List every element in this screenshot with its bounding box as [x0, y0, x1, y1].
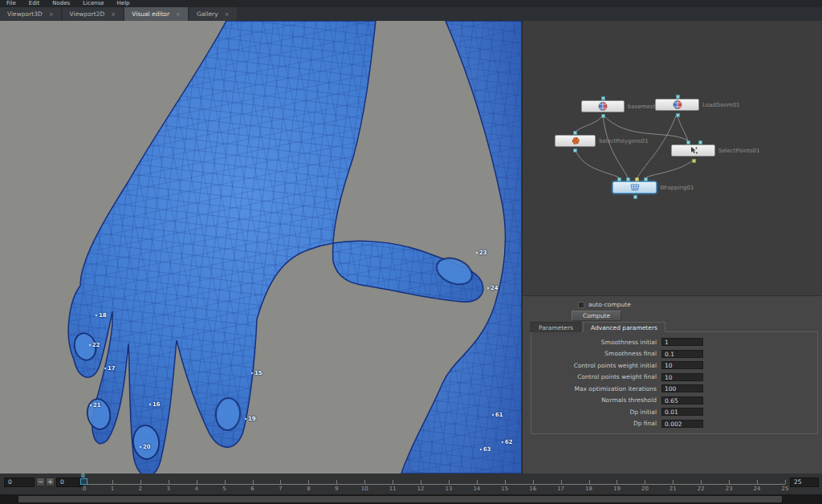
port-basemesh-in[interactable] [601, 96, 605, 100]
timeline-tick-number: 1 [104, 486, 120, 492]
horizontal-scrollbar[interactable] [0, 494, 822, 504]
param-value-smoothness-final[interactable]: 0.1 [661, 350, 703, 358]
param-label-smoothness-initial: Smoothness initial [531, 339, 661, 346]
point-marker-20[interactable]: 20 [140, 444, 151, 450]
port-wrapping-in1[interactable] [617, 177, 621, 181]
param-row: Control points weight initial10 [531, 360, 817, 372]
auto-compute-label: auto-compute [588, 301, 631, 308]
point-marker-dot [90, 404, 92, 406]
params-tab-parameters[interactable]: Parameters [531, 322, 581, 332]
port-selectpolygons-out[interactable] [573, 148, 577, 152]
param-value-dp-initial[interactable]: 0.01 [661, 408, 703, 416]
range-end-field[interactable]: 25 [790, 478, 819, 487]
port-selectpoints-in1[interactable] [686, 140, 690, 144]
node-selectpoints01[interactable] [671, 144, 715, 156]
param-value-normals-threshold[interactable]: 0.65 [661, 396, 703, 404]
param-row: Dp final0.002 [531, 418, 817, 430]
tab-viewport2d[interactable]: Viewport2D× [63, 7, 124, 21]
point-marker-63[interactable]: 63 [480, 446, 491, 453]
param-row: Normals threshold0.65 [531, 395, 817, 407]
timeline-playhead[interactable] [80, 478, 87, 485]
menu-item-edit[interactable]: Edit [22, 0, 47, 7]
port-selectpoints-in2[interactable] [698, 140, 702, 144]
param-value-smoothness-initial[interactable]: 1 [661, 338, 703, 346]
wireframe-hand-mesh [0, 21, 522, 474]
param-value-dp-final[interactable]: 0.002 [661, 420, 703, 428]
timeline-tick-number: 3 [161, 486, 177, 492]
point-marker-id: 23 [479, 250, 487, 256]
scrollbar-thumb[interactable] [18, 496, 782, 502]
point-marker-dot [104, 368, 106, 369]
point-marker-17[interactable]: 17 [104, 365, 116, 372]
auto-compute-row: auto-compute [578, 301, 631, 308]
node-basemesh[interactable] [581, 100, 625, 112]
param-value-control-points-weight-initial[interactable]: 10 [661, 361, 703, 369]
tab-label: Viewport2D [70, 10, 105, 18]
timeline-tick-number: 23 [721, 486, 737, 492]
node-graph-editor[interactable]: basemesh LoadGeom01 SelectPolygons01 [522, 21, 822, 295]
timeline-tick [421, 480, 421, 484]
compute-button[interactable]: Compute [572, 311, 621, 321]
current-frame-field[interactable]: 0 [4, 478, 35, 487]
timeline-tick [197, 480, 197, 484]
tab-gallery[interactable]: Gallery× [189, 7, 237, 21]
timeline-tick-number: 4 [189, 486, 205, 492]
point-marker-dot [480, 449, 482, 450]
menu-item-file[interactable]: File [0, 0, 22, 7]
port-wrapping-in3[interactable] [635, 177, 639, 181]
timeline-tick-number: 20 [637, 486, 653, 492]
port-basemesh-out[interactable] [601, 114, 605, 118]
point-marker-18[interactable]: 18 [96, 312, 107, 319]
node-wrapping01[interactable] [612, 181, 657, 193]
timeline-tick [533, 480, 534, 484]
point-marker-24[interactable]: 24 [487, 285, 498, 291]
menu-item-help[interactable]: Help [111, 0, 136, 7]
tab-close-icon[interactable]: × [111, 11, 116, 18]
tab-close-icon[interactable]: × [225, 11, 230, 18]
timeline-ruler[interactable] [84, 484, 785, 485]
params-tab-advanced-parameters[interactable]: Advanced parameters [583, 322, 665, 332]
point-marker-dot [487, 287, 489, 289]
point-marker-23[interactable]: 23 [476, 250, 487, 256]
port-selectpoints-out[interactable] [692, 159, 696, 163]
node-selectpolygons01[interactable] [555, 135, 596, 147]
tab-close-icon[interactable]: × [49, 11, 54, 18]
point-marker-19[interactable]: 19 [245, 416, 256, 422]
timeline-tick [364, 480, 365, 484]
point-marker-15[interactable]: 15 [251, 370, 262, 376]
port-loadgeom-in[interactable] [676, 95, 680, 99]
timeline-tick [701, 480, 702, 484]
mesh-viewport[interactable]: 18221721162015192324616263 [0, 21, 522, 474]
point-marker-id: 21 [93, 402, 101, 408]
tab-viewport3d[interactable]: Viewport3D× [0, 7, 61, 21]
timeline-tick [645, 480, 645, 484]
timeline-tick-number: 24 [749, 486, 765, 492]
tab-visual-editor[interactable]: Visual editor× [124, 7, 188, 21]
menu-item-license[interactable]: License [76, 0, 110, 7]
timeline-tick-number: 2 [132, 486, 149, 492]
param-value-max-optimization-iterations[interactable]: 100 [661, 384, 703, 392]
tab-close-icon[interactable]: × [176, 11, 181, 18]
point-marker-21[interactable]: 21 [90, 402, 101, 408]
auto-compute-checkbox[interactable] [578, 302, 584, 308]
tab-label: Viewport3D [7, 10, 43, 18]
port-wrapping-in4[interactable] [644, 177, 648, 181]
port-selectpolygons-in[interactable] [573, 131, 577, 135]
point-marker-16[interactable]: 16 [149, 401, 161, 408]
timeline-tick-number: 16 [525, 486, 541, 492]
point-marker-22[interactable]: 22 [89, 342, 100, 348]
point-marker-id: 16 [153, 401, 161, 408]
frame-increment-button[interactable]: + [46, 478, 55, 486]
point-marker-61[interactable]: 61 [492, 412, 503, 418]
param-value-control-points-weight-final[interactable]: 10 [661, 373, 703, 381]
port-wrapping-out[interactable] [633, 195, 637, 199]
point-marker-62[interactable]: 62 [502, 439, 513, 445]
menu-item-nodes[interactable]: Nodes [46, 0, 76, 7]
timeline-tick-number: 10 [356, 486, 372, 492]
port-wrapping-in2[interactable] [626, 177, 630, 181]
frame-decrement-button[interactable]: − [36, 478, 45, 486]
port-loadgeom-out[interactable] [676, 113, 680, 117]
timeline-tick-number: 15 [497, 486, 513, 492]
param-label-control-points-weight-initial: Control points weight initial [531, 362, 661, 369]
node-loadgeom01[interactable] [655, 99, 699, 111]
